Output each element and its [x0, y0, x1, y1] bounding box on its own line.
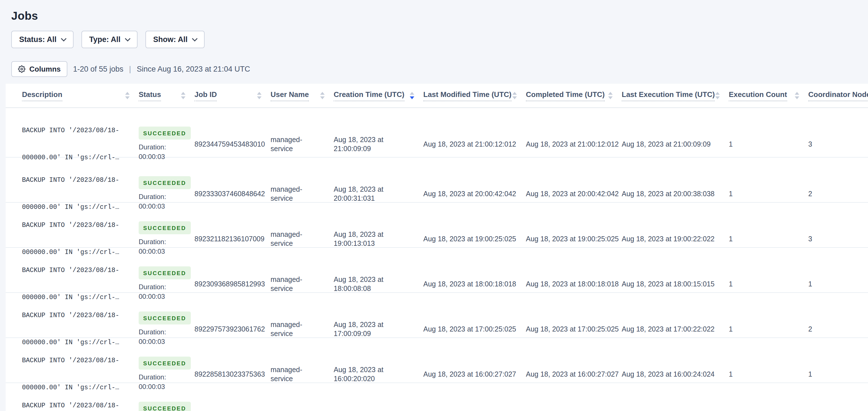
column-header[interactable]: Creation Time (UTC) [334, 84, 423, 108]
cell-completed-time: Aug 18, 2023 at 18:00:18:018 [526, 280, 622, 288]
column-header[interactable]: Completed Time (UTC) [526, 84, 622, 108]
cell-description: BACKUP INTO '/2023/08/18- 000000.00' IN … [6, 383, 138, 411]
status-filter-label: Status: All [19, 35, 57, 44]
cell-status: SUCCEEDED Duration: 00:00:03 [138, 266, 194, 301]
sort-asc-icon [795, 92, 799, 95]
column-header-label: Job ID [194, 90, 217, 101]
duration-label: Duration: [138, 192, 194, 202]
table-row: BACKUP INTO '/2023/08/18- 000000.00' IN … [6, 292, 868, 337]
sort-arrows-icon [181, 92, 185, 99]
description-line-1: BACKUP INTO '/2023/08/18- [22, 311, 138, 320]
column-header[interactable]: Execution Count [729, 84, 808, 108]
sort-asc-icon [257, 92, 261, 95]
cell-creation-time: Aug 18, 2023 at 19:00:13:013 [334, 230, 423, 248]
sort-asc-icon [181, 92, 185, 95]
cell-user-name: managed-service [271, 275, 334, 293]
page-title: Jobs [0, 0, 868, 22]
cell-execution-count: 1 [729, 234, 808, 243]
cell-completed-time: Aug 18, 2023 at 16:00:27:027 [526, 370, 622, 379]
status-badge: SUCCEEDED [138, 266, 191, 280]
show-filter-dropdown[interactable]: Show: All [146, 31, 205, 48]
sort-asc-icon [608, 92, 613, 95]
cell-last-modified-time: Aug 18, 2023 at 20:00:42:042 [423, 189, 526, 198]
table-row: BACKUP INTO '/2023/08/18- 000000.00' IN … [6, 383, 868, 411]
column-header[interactable]: Description [6, 84, 138, 108]
column-header[interactable]: Last Modified Time (UTC) [423, 84, 526, 108]
show-filter-label: Show: All [153, 35, 188, 44]
sort-desc-icon [608, 96, 613, 99]
cell-last-execution-time: Aug 18, 2023 at 17:00:22:022 [622, 324, 729, 333]
chevron-down-icon [125, 36, 130, 41]
sort-desc-icon [181, 96, 185, 99]
cell-creation-time: Aug 18, 2023 at 17:00:09:09 [334, 320, 423, 338]
cell-last-execution-time: Aug 18, 2023 at 21:00:09:09 [622, 140, 729, 149]
cell-execution-count: 1 [729, 370, 808, 379]
duration-value: 00:00:03 [138, 247, 194, 256]
cell-last-execution-time: Aug 18, 2023 at 16:00:24:024 [622, 370, 729, 379]
column-header-label: Last Execution Time (UTC) [622, 90, 715, 101]
since-timestamp: Since Aug 16, 2023 at 21:04 UTC [137, 65, 250, 74]
cell-last-execution-time: Aug 18, 2023 at 18:00:15:015 [622, 280, 729, 288]
sort-desc-icon [320, 96, 324, 99]
duration-value: 00:00:03 [138, 152, 194, 162]
cell-completed-time: Aug 18, 2023 at 21:00:12:012 [526, 140, 622, 149]
description-line-1: BACKUP INTO '/2023/08/18- [22, 356, 138, 365]
jobs-count: 1-20 of 55 jobs [73, 65, 123, 74]
sort-asc-icon [320, 92, 324, 95]
cell-completed-time: Aug 18, 2023 at 19:00:25:025 [526, 234, 622, 243]
sort-asc-icon [410, 92, 414, 95]
sort-desc-icon [715, 96, 720, 99]
cell-last-modified-time: Aug 18, 2023 at 16:00:27:027 [423, 370, 526, 379]
sort-desc-icon [125, 96, 130, 99]
user-name-text: managed-service [271, 135, 314, 153]
cell-job-id: 892333037460848642 [194, 189, 271, 198]
sort-asc-icon [125, 92, 130, 95]
description-line-1: BACKUP INTO '/2023/08/18- [22, 126, 138, 135]
gear-icon [18, 65, 25, 73]
duration-value: 00:00:03 [138, 292, 194, 301]
duration-label: Duration: [138, 372, 194, 382]
cell-user-name: managed-service [271, 365, 334, 383]
table-row: BACKUP INTO '/2023/08/18- 000000.00' IN … [6, 337, 868, 383]
column-header[interactable]: Job ID [194, 84, 271, 108]
user-name-text: managed-service [271, 230, 314, 248]
summary-divider: | [129, 64, 131, 74]
status-badge: SUCCEEDED [138, 357, 191, 370]
jobs-table: Description Status Job ID User Name Crea… [6, 84, 868, 411]
sort-arrows-icon [608, 92, 613, 99]
status-badge: SUCCEEDED [138, 402, 191, 411]
sort-asc-icon [715, 92, 720, 95]
cell-job-id: 892321182136107009 [194, 234, 271, 243]
column-header[interactable]: User Name [271, 84, 334, 108]
status-filter-dropdown[interactable]: Status: All [11, 31, 73, 48]
creation-time-text: Aug 18, 2023 at 16:00:20:020 [334, 365, 393, 383]
type-filter-dropdown[interactable]: Type: All [82, 31, 137, 48]
columns-button[interactable]: Columns [11, 61, 67, 77]
cell-execution-count: 1 [729, 189, 808, 198]
column-header-label: Description [22, 90, 62, 101]
cell-user-name: managed-service [271, 185, 334, 203]
sort-arrows-icon [257, 92, 261, 99]
creation-time-text: Aug 18, 2023 at 21:00:09:09 [334, 135, 393, 153]
creation-time-text: Aug 18, 2023 at 19:00:13:013 [334, 230, 393, 248]
cell-status: SUCCEEDED Duration: 00:00:03 [138, 176, 194, 211]
sort-arrows-icon [125, 92, 130, 99]
column-header[interactable]: Last Execution Time (UTC) [622, 84, 729, 108]
table-header-row: Description Status Job ID User Name Crea… [6, 84, 868, 108]
description-line-1: BACKUP INTO '/2023/08/18- [22, 266, 138, 275]
column-header-label: User Name [271, 90, 309, 101]
cell-coordinator-node: 3 [808, 234, 868, 243]
sort-desc-icon [513, 96, 517, 99]
status-badge: SUCCEEDED [138, 221, 191, 234]
column-header[interactable]: Status [138, 84, 194, 108]
cell-coordinator-node: 2 [808, 324, 868, 333]
user-name-text: managed-service [271, 320, 314, 338]
table-row: BACKUP INTO '/2023/08/18- 000000.00' IN … [6, 202, 868, 247]
user-name-text: managed-service [271, 185, 314, 203]
sort-arrows-icon [715, 92, 720, 99]
sort-asc-icon [513, 92, 517, 95]
column-header[interactable]: Coordinator Node [808, 84, 868, 108]
cell-job-id: 892344759453483010 [194, 140, 271, 149]
table-row: BACKUP INTO '/2023/08/18- 000000.00' IN … [6, 108, 868, 157]
chevron-down-icon [61, 36, 66, 41]
